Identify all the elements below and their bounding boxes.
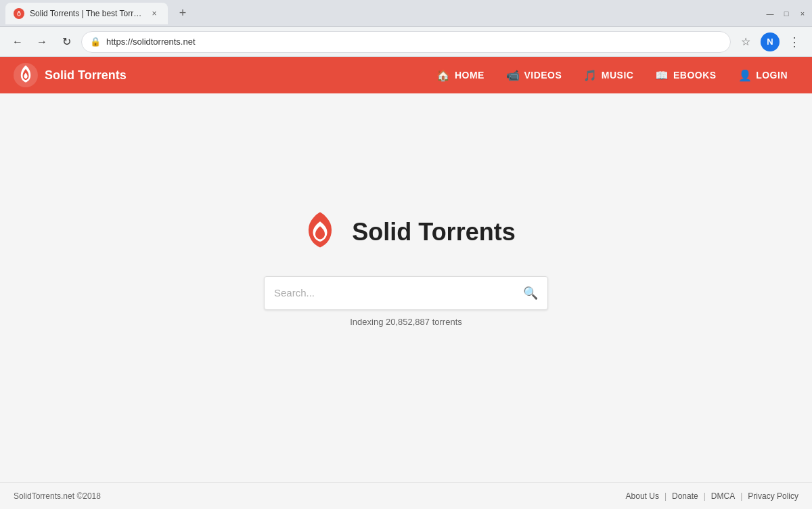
ebook-icon: 📖	[655, 69, 669, 82]
nav-videos[interactable]: 📹 VIDEOS	[495, 57, 572, 93]
hero-logo: Solid Torrents	[296, 208, 515, 256]
nav-login[interactable]: 👤 LOGIN	[727, 57, 798, 93]
login-icon: 👤	[738, 69, 752, 82]
user-avatar[interactable]: N	[761, 32, 780, 51]
main-content: Solid Torrents 🔍 Indexing 20,852,887 tor…	[0, 93, 812, 482]
search-container: 🔍 Indexing 20,852,887 torrents	[264, 276, 548, 327]
bookmark-button[interactable]: ☆	[736, 32, 755, 51]
forward-button[interactable]: →	[32, 32, 51, 51]
browser-toolbar: ← → ↻ 🔒 https://solidtorrents.net ☆ N ⋮	[0, 27, 812, 57]
nav-ebooks-label: EBOOKS	[673, 70, 717, 81]
maximize-button[interactable]: □	[782, 9, 790, 18]
nav-home-label: HOME	[455, 70, 484, 81]
site-footer: SolidTorrents.net ©2018 About Us | Donat…	[0, 482, 812, 509]
close-button[interactable]: ×	[798, 9, 807, 18]
nav-videos-label: VIDEOS	[524, 70, 562, 81]
footer-links: About Us | Donate | DMCA | Privacy Polic…	[626, 491, 798, 501]
nav-ebooks[interactable]: 📖 EBOOKS	[644, 57, 727, 93]
video-icon: 📹	[506, 69, 520, 82]
url-text: https://solidtorrents.net	[106, 37, 722, 47]
nav-music[interactable]: 🎵 MUSIC	[572, 57, 644, 93]
lock-icon: 🔒	[90, 37, 101, 47]
home-icon: 🏠	[436, 69, 451, 82]
footer-donate-link[interactable]: Donate	[672, 491, 698, 501]
footer-about-link[interactable]: About Us	[626, 491, 659, 501]
nav-music-label: MUSIC	[602, 70, 634, 81]
music-icon: 🎵	[583, 69, 597, 82]
site-nav: Solid Torrents 🏠 HOME 📹 VIDEOS 🎵 MUSIC 📖	[0, 57, 812, 93]
window-controls: — □ ×	[766, 9, 807, 18]
footer-sep-1: |	[664, 491, 667, 501]
reload-button[interactable]: ↻	[57, 32, 76, 51]
indexing-text: Indexing 20,852,887 torrents	[350, 317, 462, 327]
tab-title: Solid Torrents | The best Torrent	[30, 9, 143, 18]
nav-home[interactable]: 🏠 HOME	[426, 57, 495, 93]
menu-button[interactable]: ⋮	[785, 32, 804, 51]
site-nav-links: 🏠 HOME 📹 VIDEOS 🎵 MUSIC 📖 EBOOKS 👤	[426, 57, 798, 93]
back-button[interactable]: ←	[8, 32, 27, 51]
browser-tab[interactable]: Solid Torrents | The best Torrent ×	[5, 3, 168, 24]
footer-privacy-link[interactable]: Privacy Policy	[748, 491, 798, 501]
tab-favicon	[14, 8, 24, 19]
tab-close-button[interactable]: ×	[149, 8, 160, 19]
footer-sep-3: |	[740, 491, 742, 501]
site-logo-text: Solid Torrents	[45, 68, 127, 83]
address-bar[interactable]: 🔒 https://solidtorrents.net	[81, 31, 731, 53]
toolbar-right: ☆ N ⋮	[736, 32, 804, 51]
website-content: Solid Torrents 🏠 HOME 📹 VIDEOS 🎵 MUSIC 📖	[0, 57, 812, 509]
browser-frame: Solid Torrents | The best Torrent × + — …	[0, 0, 812, 509]
nav-login-label: LOGIN	[756, 70, 788, 81]
footer-sep-2: |	[704, 491, 706, 501]
minimize-button[interactable]: —	[766, 9, 774, 18]
hero-logo-text: Solid Torrents	[352, 218, 515, 246]
search-box: 🔍	[264, 276, 548, 310]
new-tab-button[interactable]: +	[173, 4, 192, 23]
search-input[interactable]	[274, 287, 523, 298]
site-logo[interactable]: Solid Torrents	[14, 63, 127, 87]
footer-copyright: SolidTorrents.net ©2018	[14, 491, 101, 501]
footer-dmca-link[interactable]: DMCA	[711, 491, 735, 501]
browser-titlebar: Solid Torrents | The best Torrent × + — …	[0, 0, 812, 27]
search-icon[interactable]: 🔍	[523, 286, 538, 301]
